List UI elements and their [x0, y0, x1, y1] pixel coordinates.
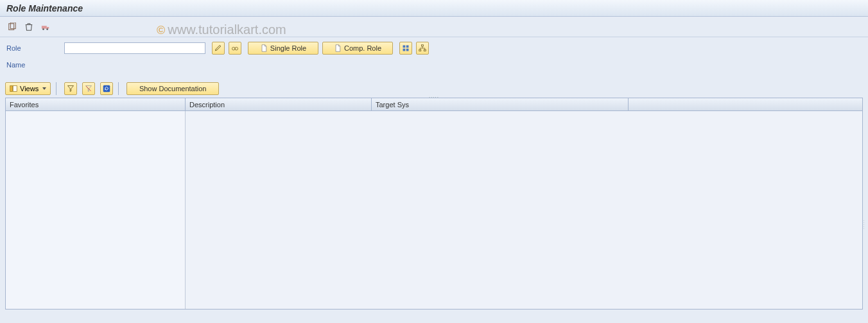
transaction-assignment-button[interactable]: [399, 42, 412, 55]
views-button[interactable]: Views: [5, 82, 51, 95]
refresh-icon: [103, 85, 110, 92]
svg-rect-8: [403, 46, 406, 48]
svg-rect-11: [406, 49, 409, 51]
svg-point-7: [235, 48, 238, 51]
svg-rect-16: [13, 86, 17, 92]
role-label: Role: [6, 44, 64, 52]
svg-rect-12: [422, 45, 424, 46]
grid-body: [6, 111, 862, 309]
grid-header: Favorites Description Target Sys: [6, 98, 862, 111]
favorites-grid: ····· ····· Favorites Description Target…: [5, 98, 863, 310]
comp-role-button[interactable]: Comp. Role: [322, 42, 393, 55]
col-empty: [629, 98, 862, 110]
svg-point-4: [42, 28, 44, 30]
grid-detail-area: [186, 111, 862, 309]
display-button[interactable]: [229, 42, 241, 55]
favorites-tree-area[interactable]: [6, 111, 186, 309]
pencil-icon: [214, 44, 222, 52]
single-role-button[interactable]: Single Role: [248, 42, 318, 55]
svg-rect-3: [47, 27, 49, 29]
name-label: Name: [6, 61, 64, 69]
titlebar: Role Maintenance: [0, 0, 868, 17]
form-area: Role Single Role Comp. Role: [0, 37, 868, 80]
copy-icon[interactable]: [6, 21, 18, 33]
svg-rect-14: [424, 49, 426, 51]
filter-delete-button[interactable]: [82, 82, 95, 95]
comp-role-label: Comp. Role: [344, 44, 381, 52]
show-documentation-button[interactable]: Show Documentation: [126, 82, 219, 95]
funnel-icon: [67, 85, 74, 92]
svg-rect-10: [403, 49, 406, 51]
col-description[interactable]: Description: [186, 98, 372, 110]
document-icon: [260, 44, 268, 52]
svg-rect-18: [103, 85, 110, 92]
transport-icon[interactable]: [40, 21, 51, 33]
funnel-clear-icon: [85, 85, 92, 92]
tree-icon: [419, 44, 426, 52]
document-icon: [334, 44, 342, 52]
grid-icon: [402, 44, 410, 52]
hierarchy-button[interactable]: [416, 42, 429, 55]
svg-rect-2: [42, 26, 47, 28]
separator: [56, 82, 56, 95]
trash-icon[interactable]: [23, 21, 35, 33]
col-favorites[interactable]: Favorites: [6, 98, 186, 110]
edit-button[interactable]: [212, 42, 225, 55]
views-label: Views: [20, 85, 39, 92]
svg-point-5: [46, 28, 48, 30]
layout-icon: [10, 85, 17, 92]
svg-rect-13: [419, 49, 421, 51]
glasses-icon: [231, 44, 239, 52]
refresh-button[interactable]: [100, 82, 113, 95]
splitter-horizontal-icon[interactable]: ·····: [429, 94, 439, 100]
top-icon-strip: [0, 17, 868, 37]
chevron-down-icon: [42, 87, 46, 90]
show-doc-label: Show Documentation: [139, 85, 207, 92]
separator: [118, 82, 119, 95]
svg-rect-15: [10, 86, 13, 92]
splitter-vertical-icon[interactable]: ·····: [862, 220, 866, 229]
single-role-label: Single Role: [270, 44, 306, 52]
filter-button[interactable]: [64, 82, 77, 95]
svg-point-6: [232, 48, 236, 51]
svg-rect-9: [406, 46, 409, 48]
page-title: Role Maintenance: [6, 3, 83, 13]
role-input[interactable]: [64, 42, 205, 54]
col-target-sys[interactable]: Target Sys: [372, 98, 629, 110]
